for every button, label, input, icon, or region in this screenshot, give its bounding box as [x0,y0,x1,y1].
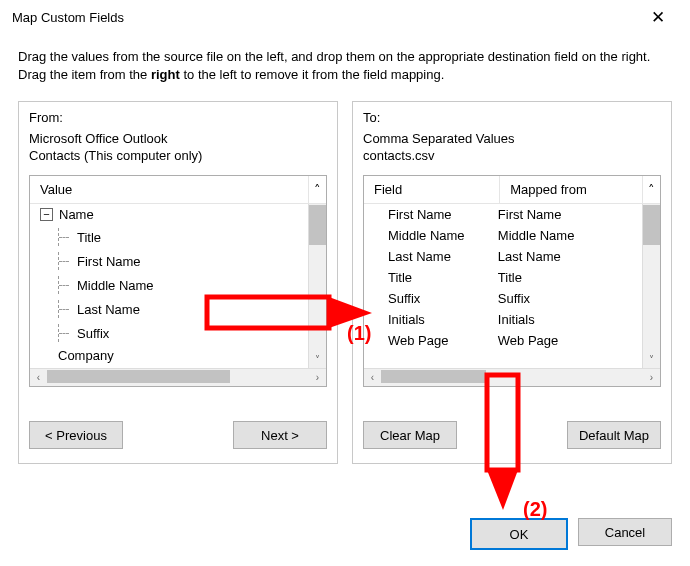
from-scroll-thumb[interactable] [309,205,326,245]
to-hscroll-thumb[interactable] [381,370,486,383]
to-list-body: First NameFirst NameMiddle NameMiddle Na… [364,204,660,368]
scroll-right-icon[interactable]: › [309,369,326,386]
scroll-up-icon[interactable]: ˄ [309,176,326,203]
dialog-window: Map Custom Fields ✕ Drag the values from… [0,0,690,566]
annotation-label-2: (2) [523,498,547,520]
table-row[interactable]: Last NameLast Name [364,246,642,267]
to-vscrollbar[interactable]: ˅ [642,204,660,368]
scroll-down-icon[interactable]: ˅ [309,351,326,368]
to-panel-buttons: Clear Map Default Map [363,421,661,449]
list-item[interactable]: First Name [30,249,308,273]
from-list-body: −NameTitleFirst NameMiddle NameLast Name… [30,204,326,368]
list-item[interactable]: Suffix [30,321,308,345]
from-column-value[interactable]: Value [30,176,309,203]
to-label: To: [363,110,661,125]
to-list-header: Field Mapped from ˄ [364,176,660,204]
scroll-left-icon[interactable]: ‹ [30,369,47,386]
from-panel: From: Microsoft Office Outlook Contacts … [18,101,338,464]
to-column-mapped[interactable]: Mapped from [500,176,643,203]
from-hscrollbar[interactable]: ‹ › [30,368,326,386]
ok-button[interactable]: OK [470,518,568,550]
scroll-left-icon[interactable]: ‹ [364,369,381,386]
to-source: Comma Separated Values [363,131,661,146]
list-item[interactable]: Title [30,225,308,249]
instructions-text: Drag the values from the source file on … [0,34,690,101]
table-row[interactable]: InitialsInitials [364,309,642,330]
table-row[interactable]: Web PageWeb Page [364,330,642,351]
panels-row: From: Microsoft Office Outlook Contacts … [0,101,690,464]
list-item[interactable]: Company [30,345,308,366]
next-button[interactable]: Next > [233,421,327,449]
to-hscrollbar[interactable]: ‹ › [364,368,660,386]
table-row[interactable]: First NameFirst Name [364,204,642,225]
titlebar: Map Custom Fields ✕ [0,0,690,34]
to-column-field[interactable]: Field [364,176,500,203]
default-map-button[interactable]: Default Map [567,421,661,449]
to-panel: To: Comma Separated Values contacts.csv … [352,101,672,464]
scroll-right-icon[interactable]: › [643,369,660,386]
to-sublabel: contacts.csv [363,148,661,163]
table-row[interactable]: Middle NameMiddle Name [364,225,642,246]
from-source: Microsoft Office Outlook [29,131,327,146]
list-item[interactable]: Middle Name [30,273,308,297]
table-row[interactable]: SuffixSuffix [364,288,642,309]
from-vscrollbar[interactable]: ˅ [308,204,326,368]
scroll-up-icon[interactable]: ˄ [643,176,660,203]
from-label: From: [29,110,327,125]
tree-collapse-icon[interactable]: − [40,208,53,221]
clear-map-button[interactable]: Clear Map [363,421,457,449]
dialog-title: Map Custom Fields [12,10,638,25]
cancel-button[interactable]: Cancel [578,518,672,546]
list-item[interactable]: Last Name [30,297,308,321]
from-rows[interactable]: −NameTitleFirst NameMiddle NameLast Name… [30,204,308,368]
to-rows[interactable]: First NameFirst NameMiddle NameMiddle Na… [364,204,642,368]
from-panel-buttons: < Previous Next > [29,421,327,449]
scroll-down-icon[interactable]: ˅ [643,351,660,368]
close-icon[interactable]: ✕ [638,3,678,31]
list-item[interactable]: −Name [30,204,308,225]
from-listbox[interactable]: Value ˄ −NameTitleFirst NameMiddle NameL… [29,175,327,387]
to-listbox[interactable]: Field Mapped from ˄ First NameFirst Name… [363,175,661,387]
previous-button[interactable]: < Previous [29,421,123,449]
table-row[interactable]: TitleTitle [364,267,642,288]
dialog-footer-buttons: OK Cancel [470,518,672,550]
from-sublabel: Contacts (This computer only) [29,148,327,163]
from-list-header: Value ˄ [30,176,326,204]
from-hscroll-thumb[interactable] [47,370,230,383]
to-scroll-thumb[interactable] [643,205,660,245]
